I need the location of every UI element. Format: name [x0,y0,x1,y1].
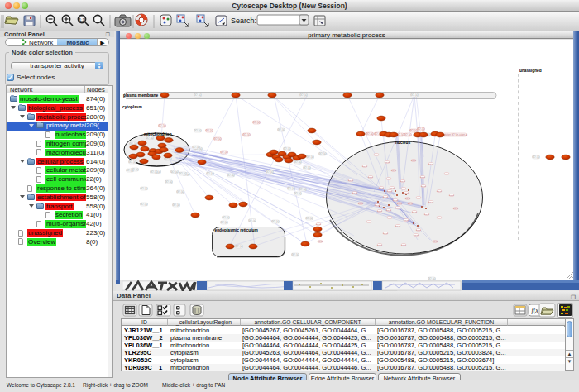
svg-text:GO:nn: GO:nn [362,165,367,167]
svg-text:GO:-(a): GO:-(a) [207,172,214,175]
svg-text:GO:-(a): GO:-(a) [227,174,235,177]
svg-text:GO:-(a): GO:-(a) [284,147,291,151]
svg-text:GO:-(a): GO:-(a) [141,187,148,190]
svg-text:GO:nn: GO:nn [358,203,363,204]
svg-text:GO:-(a): GO:-(a) [292,253,299,256]
svg-text:GO:nn: GO:nn [318,241,323,242]
svg-text:GO:-(a): GO:-(a) [418,127,425,131]
svg-text:GO:nn: GO:nn [428,163,433,165]
svg-text:GO:nn: GO:nn [390,187,395,189]
svg-text:GO:nn: GO:nn [437,190,442,192]
svg-text:GO:-(a): GO:-(a) [304,166,311,170]
svg-text:GO:-(a): GO:-(a) [141,203,148,206]
svg-text:GO:nn: GO:nn [400,180,405,182]
svg-text:GO:nn: GO:nn [385,161,390,163]
svg-text:GO:nn: GO:nn [368,176,373,178]
svg-text:GO:-(a): GO:-(a) [151,170,158,174]
svg-text:GO:-(a): GO:-(a) [173,203,180,207]
svg-text:GO:nn: GO:nn [386,209,391,211]
svg-text:GO:nn: GO:nn [401,188,406,189]
svg-text:GO:nn: GO:nn [395,207,400,208]
svg-text:mitochondrion: mitochondrion [144,132,172,136]
svg-text:GO:nn: GO:nn [352,192,357,194]
svg-text:GO:nn: GO:nn [395,225,400,227]
svg-text:GO:nn: GO:nn [416,229,421,231]
svg-text:GO:-(a): GO:-(a) [307,155,314,159]
svg-text:GO:-(a): GO:-(a) [404,133,412,136]
svg-text:GO:nn: GO:nn [421,185,426,187]
svg-text:GO:nn: GO:nn [404,219,409,221]
svg-text:GO:-(a): GO:-(a) [249,219,256,222]
svg-text:GO:-(a): GO:-(a) [214,137,222,141]
svg-text:GO:nn: GO:nn [449,194,454,196]
svg-text:GO:nn: GO:nn [433,241,438,242]
svg-text:GO:nn: GO:nn [377,244,382,246]
svg-text:GO:nn: GO:nn [404,192,409,194]
svg-text:GO:-(a): GO:-(a) [179,172,187,175]
svg-text:GO:-(a): GO:-(a) [129,160,136,164]
svg-text:GO:nn: GO:nn [412,211,417,213]
svg-text:GO:-(a): GO:-(a) [319,152,327,155]
svg-text:GO:nn: GO:nn [444,173,449,174]
svg-text:annotation.GO (an-cation-a): annotation.GO (an-cation-a) [441,133,467,136]
svg-text:GO:-(a): GO:-(a) [206,129,213,132]
svg-text:GO:-(a): GO:-(a) [294,160,302,164]
svg-text:GO:nn: GO:nn [424,213,429,215]
svg-text:GO:nn: GO:nn [416,197,421,198]
svg-text:GO:-(a): GO:-(a) [272,220,280,223]
svg-text:GO:nn: GO:nn [383,196,388,198]
svg-text:GO:-(a): GO:-(a) [243,133,251,136]
svg-text:GO:-(a): GO:-(a) [278,128,285,131]
svg-text:nucleus: nucleus [395,141,410,145]
svg-text:GO:nn: GO:nn [453,208,458,209]
svg-text:GO:nn: GO:nn [383,232,388,234]
svg-text:plasma membrane: plasma membrane [123,93,158,98]
svg-text:GO:nn: GO:nn [428,201,433,203]
svg-text:GO:-(a): GO:-(a) [127,169,134,172]
svg-text:GO:nn: GO:nn [405,198,410,199]
svg-text:GO:-(a): GO:-(a) [193,146,200,149]
svg-text:GO:nn: GO:nn [414,234,419,236]
svg-text:GO:nn: GO:nn [437,217,442,218]
svg-text:GO:nn: GO:nn [387,217,392,218]
svg-text:GO:-(a): GO:-(a) [221,151,228,154]
svg-text:GO:nn: GO:nn [379,187,384,189]
svg-text:GO:-(a): GO:-(a) [294,192,302,195]
svg-text:GO:-(a): GO:-(a) [165,180,173,184]
svg-text:GO:nn: GO:nn [411,160,416,161]
svg-text:Search:: Search: [231,17,256,25]
svg-text:GO:-(a): GO:-(a) [236,245,243,248]
svg-text:GO:nn: GO:nn [420,176,425,178]
svg-text:GO:nn: GO:nn [375,204,380,206]
svg-text:GO:nn: GO:nn [408,203,413,204]
svg-text:GO:-(a): GO:-(a) [253,121,261,124]
svg-text:GO:-(a): GO:-(a) [266,170,274,174]
svg-text:GO:-(a): GO:-(a) [223,216,230,219]
svg-text:cytoplasm: cytoplasm [122,105,142,109]
svg-text:GO:nn: GO:nn [397,203,402,204]
svg-text:GO:-(a): GO:-(a) [194,93,202,97]
svg-text:GO:-(a): GO:-(a) [410,129,418,132]
svg-text:GO:-(a): GO:-(a) [146,136,154,140]
svg-text:GO:nn: GO:nn [348,179,353,181]
svg-text:GO:-(a): GO:-(a) [288,187,295,190]
svg-text:GO:nn: GO:nn [387,190,392,192]
svg-text:GO:nn: GO:nn [366,221,371,222]
svg-text:GO:-(a): GO:-(a) [411,93,419,97]
svg-text:GO:-(a): GO:-(a) [533,155,540,159]
svg-text:GO:-(a): GO:-(a) [366,132,374,136]
svg-text:GO:nn: GO:nn [386,178,391,179]
svg-text:GO:-(a): GO:-(a) [171,170,179,174]
svg-text:1:1: 1:1 [79,18,85,22]
svg-text:GO:-(a): GO:-(a) [306,217,313,220]
svg-text:GO:nn: GO:nn [393,199,398,201]
svg-text:GO:-(a): GO:-(a) [159,124,166,127]
svg-text:GO:-(a): GO:-(a) [300,93,308,97]
svg-text:GO:-(a): GO:-(a) [177,190,184,194]
svg-text:GO:nn: GO:nn [401,244,406,246]
svg-text:unassigned: unassigned [519,69,542,73]
svg-text:GO:-(a): GO:-(a) [221,221,228,224]
svg-text:GO:-(a): GO:-(a) [299,188,307,191]
svg-text:GO:nn: GO:nn [377,210,382,212]
svg-text:endoplasmic reticulum: endoplasmic reticulum [215,228,258,232]
